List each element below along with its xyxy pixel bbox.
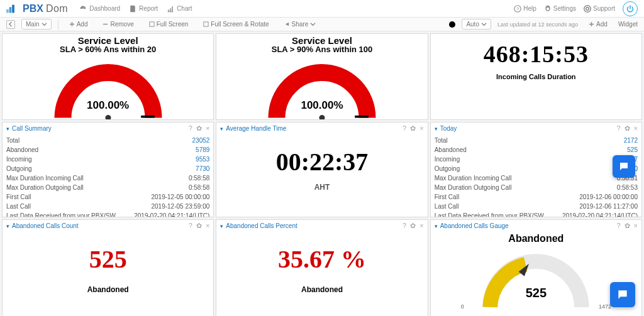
- stat-value: 2019-12-06 11:27:00: [579, 202, 638, 211]
- ab-percent-value: 35.67 %: [216, 244, 427, 274]
- remove-button[interactable]: Remove: [98, 19, 138, 30]
- gear-icon[interactable]: ✿: [196, 222, 202, 230]
- gear-icon[interactable]: ✿: [410, 222, 416, 230]
- widget-header[interactable]: ▾ Abandoned Calls Gauge ? ✿ ×: [431, 220, 641, 232]
- sla2-value: 100.00%: [265, 99, 379, 112]
- main-dropdown[interactable]: Main: [21, 19, 52, 30]
- gear-icon[interactable]: ✿: [410, 124, 416, 133]
- aht-label: AHT: [216, 183, 427, 192]
- nav-dashboard-label: Dashboard: [89, 5, 120, 12]
- support-link[interactable]: Support: [584, 5, 615, 13]
- widget-header[interactable]: ▾ Abandoned Calls Percent ? ✿ ×: [216, 220, 427, 232]
- close-icon[interactable]: ×: [206, 124, 209, 133]
- brand-part1: PBX: [23, 3, 43, 14]
- widget-header-icons: ? ✿ ×: [189, 222, 210, 230]
- stat-key: Max Duration Incoming Call: [6, 173, 84, 183]
- chat-button[interactable]: [610, 282, 635, 307]
- widget-aht: ▾ Average Handle Time ? ✿ × 00:22:37 AHT: [216, 122, 428, 217]
- svg-point-5: [584, 5, 591, 12]
- sla2-gauge: 100.00%: [265, 58, 379, 114]
- ab-gauge-body: 525 0 1472: [431, 244, 641, 316]
- stat-row: Max Duration Incoming Call0:58:58: [6, 173, 209, 183]
- chat-icon: [616, 288, 629, 301]
- stat-row: First Call2019-12-06 00:00:00: [435, 192, 638, 202]
- svg-rect-11: [355, 116, 369, 118]
- close-icon[interactable]: ×: [634, 124, 638, 133]
- widget-duration: 468:15:53 Incoming Calls Duration: [430, 33, 642, 120]
- stat-key: Total: [6, 136, 19, 145]
- ab-gauge-max: 1472: [599, 303, 611, 310]
- gear-icon[interactable]: ✿: [196, 124, 202, 133]
- auto-dropdown[interactable]: Auto: [462, 19, 491, 30]
- last-updated: Last updated at 12 seconds ago: [497, 21, 578, 28]
- header-title: Call Summary: [12, 125, 52, 132]
- svg-rect-9: [141, 116, 155, 118]
- fullscreen-label: Full Screen: [157, 21, 189, 28]
- stat-key: First Call: [6, 192, 31, 202]
- divider: [58, 19, 58, 30]
- stat-row: Max Duration Outgoing Call0:58:58: [6, 183, 209, 192]
- gear-icon[interactable]: ✿: [625, 124, 630, 133]
- top-right: ? Help Settings Support: [514, 1, 638, 16]
- stat-value[interactable]: 525: [627, 145, 638, 155]
- stat-value[interactable]: 2172: [624, 136, 638, 145]
- stat-value: 0:58:53: [617, 183, 638, 192]
- chevron-down-icon: [310, 21, 316, 27]
- close-icon[interactable]: ×: [206, 222, 209, 230]
- collapse-button[interactable]: [6, 20, 15, 29]
- header-title: Average Handle Time: [226, 125, 286, 132]
- stat-key: Max Duration Incoming Call: [435, 173, 512, 183]
- help-icon[interactable]: ?: [402, 222, 406, 230]
- top-nav: Dashboard Report Chart: [79, 5, 192, 13]
- widget-header[interactable]: ▾ Call Summary ? ✿ ×: [3, 123, 213, 134]
- chat-button-2[interactable]: [613, 155, 635, 178]
- help-link[interactable]: ? Help: [514, 5, 536, 13]
- dashboard-grid: Service Level SLA > 60% Ans within 20 10…: [0, 31, 644, 316]
- stat-value: 0:58:58: [189, 183, 209, 192]
- remove-label: Remove: [110, 21, 133, 28]
- close-icon[interactable]: ×: [634, 222, 638, 230]
- help-icon[interactable]: ?: [616, 124, 620, 133]
- stat-key: Last Data Received from your PBX/SW: [6, 211, 116, 217]
- fullscreen-button[interactable]: Full Screen: [145, 19, 193, 30]
- widget-header[interactable]: ▾ Abandoned Calls Count ? ✿ ×: [3, 220, 213, 232]
- stat-row: Max Duration Outgoing Call0:58:53: [435, 183, 638, 192]
- close-icon[interactable]: ×: [419, 222, 423, 230]
- stat-value[interactable]: 7730: [196, 164, 209, 173]
- fsrotate-button[interactable]: Full Screen & Rotate: [199, 19, 273, 30]
- close-icon[interactable]: ×: [419, 124, 423, 133]
- add-widget-button[interactable]: Add: [584, 19, 612, 30]
- help-icon[interactable]: ?: [402, 124, 406, 133]
- widget-sla1: Service Level SLA > 60% Ans within 20 10…: [2, 33, 214, 120]
- stat-value[interactable]: 5789: [196, 145, 209, 155]
- add-button[interactable]: Add: [65, 19, 92, 30]
- caret-icon: ▾: [6, 223, 9, 229]
- widget-header[interactable]: ▾ Today ? ✿ ×: [431, 123, 641, 134]
- nav-dashboard[interactable]: Dashboard: [79, 5, 120, 13]
- sla1-gauge: 100.00%: [52, 58, 165, 114]
- stat-row: Total23052: [6, 136, 209, 145]
- caret-icon: ▾: [6, 126, 9, 132]
- widget-header-icons: ? ✿ ×: [402, 222, 424, 230]
- ab-gauge-title: Abandoned: [431, 233, 641, 244]
- stat-key: Max Duration Outgoing Call: [6, 183, 84, 192]
- bars-icon: [6, 4, 20, 13]
- stat-value[interactable]: 23052: [192, 136, 210, 145]
- widget-ab-percent: ▾ Abandoned Calls Percent ? ✿ × 35.67 % …: [216, 219, 428, 316]
- widget-header[interactable]: ▾ Average Handle Time ? ✿ ×: [216, 123, 427, 134]
- stat-key: Outgoing: [6, 164, 32, 173]
- power-button[interactable]: [623, 1, 638, 16]
- share-button[interactable]: Share: [280, 19, 321, 30]
- nav-chart[interactable]: Chart: [167, 5, 192, 13]
- nav-report[interactable]: Report: [129, 5, 158, 13]
- help-icon[interactable]: ?: [189, 222, 192, 230]
- stat-row: Incoming947: [435, 155, 638, 164]
- stat-value[interactable]: 9553: [196, 155, 209, 164]
- gear-icon[interactable]: ✿: [625, 222, 630, 230]
- settings-link[interactable]: Settings: [544, 5, 576, 13]
- help-icon[interactable]: ?: [616, 222, 620, 230]
- header-title: Abandoned Calls Gauge: [440, 222, 509, 229]
- help-icon[interactable]: ?: [189, 124, 192, 133]
- share-label: Share: [292, 21, 309, 28]
- brand-logo[interactable]: PBXDom: [6, 3, 68, 14]
